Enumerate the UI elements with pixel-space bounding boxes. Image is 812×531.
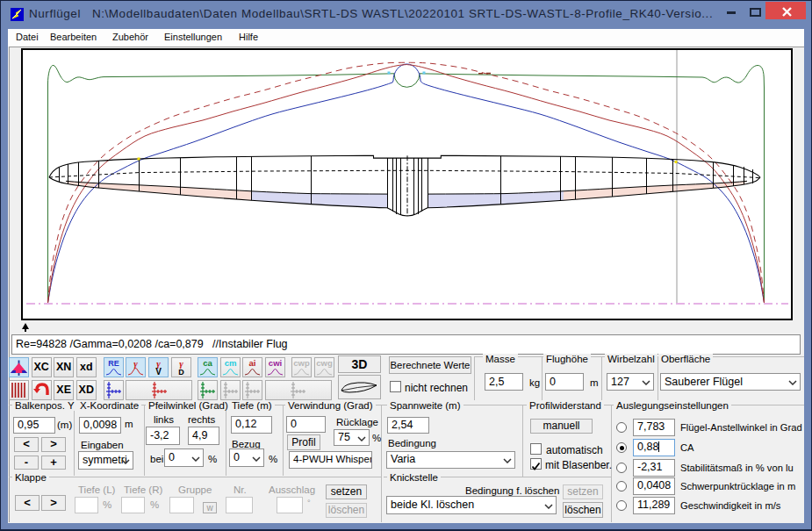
svg-text:RE: RE <box>108 359 119 368</box>
svg-text:ai: ai <box>249 358 256 368</box>
svg-text:cwg: cwg <box>316 358 333 368</box>
svg-text:cwi: cwi <box>269 358 282 368</box>
svg-text:D: D <box>178 368 184 377</box>
svg-text:V: V <box>155 367 162 377</box>
svg-text:cwp: cwp <box>293 358 310 368</box>
svg-text:ca: ca <box>203 358 212 368</box>
svg-text:cm: cm <box>224 358 236 368</box>
svg-text:γ: γ <box>134 358 139 369</box>
